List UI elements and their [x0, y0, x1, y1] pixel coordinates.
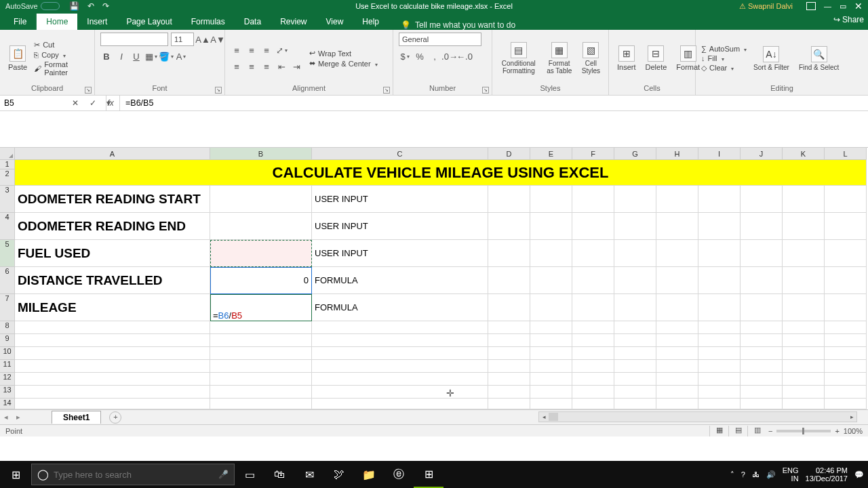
cells-area[interactable]: CALCULATE VEHICLE MILEAGE USING EXCEL OD… [15, 160, 867, 409]
cell-b4[interactable] [210, 213, 312, 240]
tab-review[interactable]: Review [271, 14, 316, 30]
zoom-out-icon[interactable]: − [768, 427, 772, 435]
tell-me-search[interactable]: 💡 Tell me what you want to do [401, 20, 515, 30]
col-header-c[interactable]: C [312, 148, 488, 160]
row-header-8[interactable]: 8 [0, 321, 15, 334]
mic-icon[interactable]: 🎤 [212, 470, 234, 479]
col-header-j[interactable]: J [741, 148, 783, 160]
cell-c7[interactable]: FORMULA [312, 294, 488, 321]
start-button[interactable]: ⊞ [0, 461, 31, 488]
col-header-i[interactable]: I [698, 148, 741, 160]
cancel-formula-icon[interactable]: ✕ [66, 98, 84, 108]
cell[interactable] [572, 240, 614, 267]
percent-format-icon[interactable]: % [414, 50, 426, 62]
row-header-10[interactable]: 10 [0, 347, 15, 360]
cell[interactable] [825, 321, 867, 334]
ie-icon[interactable]: ⓔ [384, 461, 414, 488]
cell[interactable] [656, 347, 698, 360]
tab-page-layout[interactable]: Page Layout [117, 14, 181, 30]
cell[interactable] [312, 334, 488, 347]
col-header-h[interactable]: H [656, 148, 698, 160]
cell[interactable] [656, 213, 698, 240]
row-headers[interactable]: 1 2 3 4 5 6 7 8 9 10 11 12 13 14 [0, 160, 15, 409]
cell[interactable] [530, 321, 572, 334]
cell[interactable] [698, 186, 741, 213]
border-button[interactable]: ▦ [145, 50, 157, 62]
find-select-button[interactable]: 🔍Find & Select [796, 45, 842, 73]
cell[interactable] [572, 347, 614, 360]
cell[interactable] [825, 213, 867, 240]
system-tray[interactable]: ˄ ? 🖧 🔊 ENG IN 02:46 PM 13/Dec/2017 💬 [730, 466, 864, 483]
cell[interactable] [698, 360, 741, 373]
thunderbird-icon[interactable]: 🕊 [324, 461, 354, 488]
tray-expand-icon[interactable]: ˄ [730, 470, 734, 479]
cell-c3[interactable]: USER INPUT [312, 186, 488, 213]
format-as-table-button[interactable]: ▦Format as Table [544, 41, 575, 76]
cell[interactable] [210, 360, 312, 373]
tab-home[interactable]: Home [37, 14, 77, 30]
select-all-corner[interactable] [0, 148, 15, 160]
cell[interactable] [614, 360, 656, 373]
enter-formula-icon[interactable]: ✓ [84, 98, 102, 108]
cell[interactable] [530, 334, 572, 347]
cell[interactable] [783, 321, 825, 334]
sheet-nav-prev-icon[interactable]: ◂ [0, 413, 12, 422]
cell[interactable] [572, 334, 614, 347]
col-header-a[interactable]: A [15, 148, 210, 160]
cell[interactable] [741, 347, 783, 360]
cell[interactable] [572, 360, 614, 373]
align-top-icon[interactable]: ≡ [231, 44, 243, 56]
cell[interactable] [530, 373, 572, 386]
cell[interactable] [783, 334, 825, 347]
cell[interactable] [698, 386, 741, 399]
cell[interactable] [783, 399, 825, 409]
cell[interactable] [656, 240, 698, 267]
cell[interactable] [572, 213, 614, 240]
ribbon-display-icon[interactable] [806, 2, 816, 10]
cell[interactable] [530, 347, 572, 360]
align-right-icon[interactable]: ≡ [260, 60, 273, 73]
cell[interactable] [783, 213, 825, 240]
accounting-format-icon[interactable]: $ [399, 50, 411, 62]
cell-a5[interactable]: FUEL USED [15, 240, 210, 267]
dialog-launcher-icon[interactable]: ↘ [383, 87, 390, 94]
cell[interactable] [783, 360, 825, 373]
cell[interactable] [572, 373, 614, 386]
zoom-slider[interactable] [776, 430, 831, 432]
decrease-indent-icon[interactable]: ⇤ [275, 60, 288, 73]
zoom-level[interactable]: 100% [844, 427, 863, 435]
sheet-nav-next-icon[interactable]: ▸ [12, 413, 24, 422]
task-view-icon[interactable]: ▭ [235, 461, 264, 488]
cell[interactable] [614, 294, 656, 321]
zoom-in-icon[interactable]: + [835, 427, 839, 435]
cell-a7[interactable]: MILEAGE [15, 294, 210, 321]
cell-c6[interactable]: FORMULA [312, 267, 488, 294]
cell[interactable] [312, 373, 488, 386]
cell[interactable] [312, 386, 488, 399]
merge-center-button[interactable]: ⬌Merge & Center [309, 59, 378, 68]
delete-cells-button[interactable]: ⊟Delete [643, 44, 670, 73]
cell[interactable] [656, 373, 698, 386]
undo-icon[interactable]: ↶ [87, 1, 94, 11]
align-left-icon[interactable]: ≡ [231, 60, 243, 73]
cell[interactable] [825, 399, 867, 409]
cell[interactable] [741, 213, 783, 240]
cell[interactable] [210, 347, 312, 360]
cell[interactable] [783, 386, 825, 399]
align-center-icon[interactable]: ≡ [245, 60, 258, 73]
cell[interactable] [741, 373, 783, 386]
help-icon[interactable]: ? [741, 470, 745, 479]
font-size-select[interactable]: 11 [171, 33, 194, 46]
cell[interactable] [825, 386, 867, 399]
row-header-12[interactable]: 12 [0, 373, 15, 386]
store-icon[interactable]: 🛍 [264, 461, 294, 488]
row-header-11[interactable]: 11 [0, 360, 15, 373]
row-header-7[interactable]: 7 [0, 294, 15, 321]
cell[interactable] [15, 386, 210, 399]
cell[interactable] [572, 186, 614, 213]
cell[interactable] [614, 240, 656, 267]
cell[interactable] [656, 360, 698, 373]
cell-b3[interactable] [210, 186, 312, 213]
scroll-thumb[interactable] [549, 413, 558, 421]
cell-styles-button[interactable]: ▧Cell Styles [579, 41, 603, 76]
